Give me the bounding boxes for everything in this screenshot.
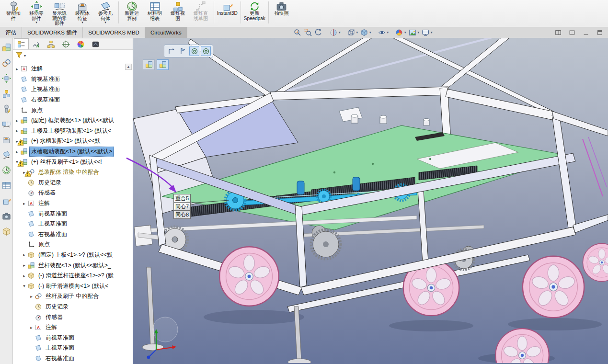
component-pattern-button[interactable] xyxy=(2,89,11,98)
bill-of-materials-button[interactable] xyxy=(2,181,11,190)
expand-arrow-icon[interactable]: ▸ xyxy=(21,263,27,268)
panel-tab-propertymanager[interactable] xyxy=(29,38,44,49)
view-orientation-caret-icon[interactable]: ▾ xyxy=(356,31,358,34)
view-orientation[interactable] xyxy=(346,28,356,37)
expand-arrow-icon[interactable]: ▸ xyxy=(28,325,34,330)
edit-appearance[interactable] xyxy=(394,28,404,37)
section-view[interactable] xyxy=(329,28,338,37)
minimize-pane-icon[interactable] xyxy=(581,28,591,37)
magenta-rods[interactable] xyxy=(583,137,607,196)
tree-filter-row[interactable]: ▾ xyxy=(13,50,133,62)
ribbon-button-smart-fastener[interactable]: 智能扣件 xyxy=(2,0,25,27)
graphics-area[interactable]: 重合5同心7同心8 xyxy=(133,38,608,364)
deck-cylinders[interactable] xyxy=(339,107,429,125)
tab-评估[interactable]: 评估 xyxy=(0,27,22,38)
mate-callout-line[interactable]: 重合5 xyxy=(173,194,191,203)
take-snapshot-button[interactable] xyxy=(2,212,11,221)
tree-item[interactable]: ▸总装配体 渲染 中的配合 xyxy=(13,167,133,178)
expand-arrow-icon[interactable]: ▸ xyxy=(21,252,27,257)
wheel-left[interactable] xyxy=(219,247,279,306)
wheel-far-right[interactable] xyxy=(583,243,608,281)
apply-scene[interactable] xyxy=(408,28,417,37)
dropdown-caret-icon[interactable]: ▾ xyxy=(35,21,37,24)
hide-show-items-caret-icon[interactable]: ▾ xyxy=(387,31,389,34)
tree-item[interactable]: ▾(+) 丝杆及刷子<1> (默认<<! xyxy=(13,157,133,167)
mate-flag[interactable] xyxy=(178,46,188,56)
display-style-caret-icon[interactable]: ▾ xyxy=(369,31,371,34)
gray-gear-cluster-center[interactable] xyxy=(311,226,341,259)
display-style[interactable] xyxy=(359,28,369,37)
tree-item[interactable]: 原点 xyxy=(13,105,133,115)
expand-arrow-icon[interactable]: ▸ xyxy=(14,149,20,154)
panel-tab-featuremanager-tree[interactable] xyxy=(14,38,29,49)
expand-arrow-icon[interactable]: ▸ xyxy=(21,273,27,278)
edit-appearance-caret-icon[interactable]: ▾ xyxy=(404,31,406,34)
tree-item[interactable]: ▸(固定) 框架装配<1> (默认<<默认 xyxy=(13,115,133,126)
tab-SOLIDWORKS 插件[interactable]: SOLIDWORKS 插件 xyxy=(22,27,83,38)
tree-item[interactable]: 历史记录 xyxy=(13,178,133,188)
ribbon-button-reference-geometry[interactable]: 参考几何体▾ xyxy=(94,0,117,27)
maximize-pane-icon[interactable] xyxy=(595,28,605,37)
tree-item[interactable]: 前视基准面 xyxy=(13,208,133,219)
tree-item[interactable]: 右视基准面 xyxy=(13,353,133,364)
tree-item[interactable]: ▸丝杆装配<1> (默认<<默认>_ xyxy=(13,260,133,271)
tree-item[interactable]: 上视基准面 xyxy=(13,343,133,353)
wheel-bottom[interactable] xyxy=(495,329,549,363)
ribbon-button-assembly-features[interactable]: 装配体特征▾ xyxy=(71,0,94,27)
tree-item[interactable]: ▾(-) 刷子滑道横向<1> (默认< xyxy=(13,281,133,291)
ribbon-button-new-motion-study[interactable]: 新建运算例 xyxy=(120,0,143,27)
exploded-view-button[interactable] xyxy=(2,196,11,205)
dropdown-caret-icon[interactable]: ▾ xyxy=(104,21,106,24)
tree-item[interactable]: ▸上楼及上楼驱动装配<1> (默认< xyxy=(13,126,133,136)
move-component-button[interactable] xyxy=(2,74,11,83)
tree-item[interactable]: 前视基准面 xyxy=(13,74,133,85)
mate-callout-line[interactable]: 同心8 xyxy=(173,210,191,219)
concentric-mate-1[interactable] xyxy=(189,46,199,56)
assembly-breadcrumb[interactable] xyxy=(157,59,169,70)
tab-CircuitWorks[interactable]: CircuitWorks xyxy=(145,27,187,38)
tree-item[interactable]: ▸(固定) 上板<1>->? (默认<<默 xyxy=(13,250,133,261)
mate-callout-line[interactable]: 同心7 xyxy=(173,202,191,211)
panel-tab-ceswb-manager[interactable] xyxy=(88,38,103,49)
tree-scroll-up-button[interactable]: ▲ xyxy=(125,64,132,70)
tab-SOLIDWORKS MBD[interactable]: SOLIDWORKS MBD xyxy=(83,27,145,38)
concentric-mate-2[interactable] xyxy=(201,46,211,56)
expand-arrow-icon[interactable]: ▸ xyxy=(28,294,34,299)
assembly-features-button[interactable] xyxy=(2,135,11,144)
ribbon-button-instant3d[interactable]: Instant3D xyxy=(216,0,239,27)
dropdown-caret-icon[interactable]: ▾ xyxy=(81,21,83,24)
panel-tab-displaymanager[interactable] xyxy=(73,38,88,49)
cad-model[interactable] xyxy=(133,38,608,363)
panel-tab-dimxpertmanager[interactable] xyxy=(58,38,73,49)
tree-item[interactable]: 右视基准面 xyxy=(13,229,133,240)
wheel-right[interactable] xyxy=(523,256,584,318)
filter-caret-icon[interactable]: ▾ xyxy=(24,54,26,58)
tree-item[interactable]: ▸A注解 xyxy=(13,64,133,74)
tree-item[interactable]: 历史记录 xyxy=(13,302,133,312)
hide-show-items[interactable] xyxy=(377,28,387,37)
ribbon-button-exploded-view[interactable]: 爆炸视图 xyxy=(166,0,189,27)
expand-arrow-icon[interactable]: ▸ xyxy=(14,128,20,133)
full-screen-icon[interactable] xyxy=(567,28,577,37)
section-view-caret-icon[interactable]: ▾ xyxy=(339,31,341,34)
ribbon-button-update-speedpak[interactable]: 更新Speedpak xyxy=(242,0,267,27)
tree-item[interactable]: ▸A注解 xyxy=(13,198,133,209)
panel-tab-configurationmanager[interactable] xyxy=(44,38,58,49)
tree-item[interactable]: ▸丝杆及刷子 中的配合 xyxy=(13,291,133,302)
tree-item[interactable]: 传感器 xyxy=(13,312,133,322)
tree-item[interactable]: 前视基准面 xyxy=(13,332,133,343)
tree-item[interactable]: 原点 xyxy=(13,239,133,250)
ribbon-button-explode-line-sketch[interactable]: 爆炸直线草图 xyxy=(189,0,212,27)
ribbon-button-take-snapshot[interactable]: 拍快照 xyxy=(270,0,293,27)
part-button[interactable] xyxy=(2,227,11,236)
tree-item[interactable]: ▸水槽驱动装配<1> (默认<<默认> xyxy=(13,147,133,157)
tree-item[interactable]: 右视基准面 xyxy=(13,95,133,105)
smart-fasteners-button[interactable] xyxy=(2,104,11,114)
filter-funnel-icon[interactable] xyxy=(15,51,23,61)
expand-arrow-icon[interactable]: ▸ xyxy=(21,201,27,206)
zoom-area[interactable] xyxy=(303,28,313,37)
pin-context[interactable] xyxy=(166,46,176,56)
view-settings[interactable] xyxy=(421,28,430,37)
expand-arrow-icon[interactable]: ▾ xyxy=(21,284,27,288)
previous-view[interactable] xyxy=(314,28,323,37)
